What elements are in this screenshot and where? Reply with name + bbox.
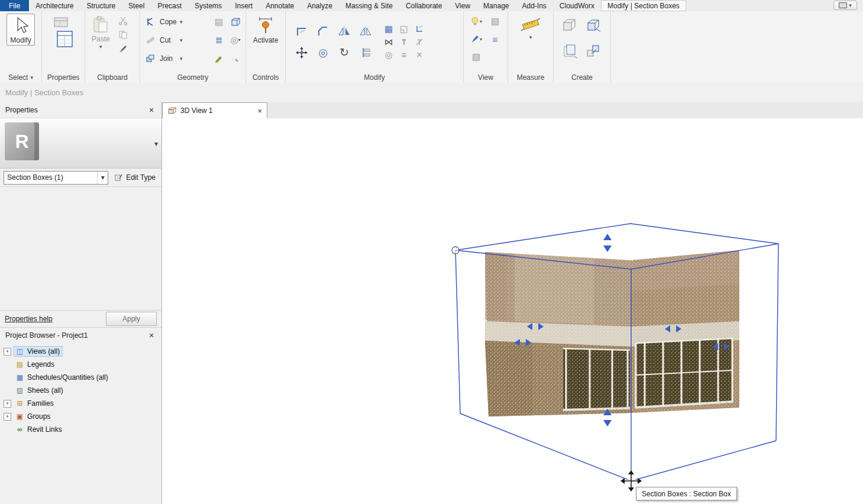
paste-button[interactable]: Paste ▾ — [88, 14, 114, 50]
linework-pencil-button[interactable] — [212, 51, 226, 66]
chevron-down-icon: ▾ — [529, 35, 532, 40]
layers-button[interactable]: ≣ — [212, 33, 226, 47]
copy-to-clipboard-button[interactable] — [116, 28, 130, 42]
profile-circles-button[interactable]: ◎ ▾ — [228, 33, 243, 47]
chevron-down-icon[interactable]: ▾ — [180, 20, 183, 24]
chamfer-button[interactable] — [316, 24, 330, 38]
tab-systems[interactable]: Systems — [188, 0, 228, 11]
create-parts-button[interactable] — [583, 15, 605, 36]
create-assembly-button[interactable] — [560, 15, 581, 36]
tree-item-sheets[interactable]: ▧ Sheets (all) — [0, 384, 161, 397]
tab-add-ins[interactable]: Add-Ins — [515, 0, 552, 11]
tab-view[interactable]: View — [448, 0, 477, 11]
close-view-icon[interactable]: × — [257, 106, 262, 115]
tree-item-revit-links[interactable]: ∞ Revit Links — [0, 423, 161, 436]
wall-sweep-button[interactable]: ▤ — [212, 15, 226, 29]
expand-plus-icon[interactable]: + — [4, 400, 11, 408]
tree-item-views[interactable]: + ◫ Views (all) — [0, 345, 161, 358]
tab-modify-section-boxes[interactable]: Modify | Section Boxes — [601, 0, 686, 11]
unpin-button[interactable] — [412, 35, 426, 49]
array-icon: ▦ — [384, 24, 393, 34]
layers-icon: ≣ — [215, 35, 223, 46]
mirror-pick-axis-button[interactable] — [337, 24, 351, 38]
tab-steel[interactable]: Steel — [122, 0, 151, 11]
panel-select-label[interactable]: Select ▾ — [0, 72, 41, 83]
tree-item-legends[interactable]: ▤ Legends — [0, 358, 161, 371]
edit-type-icon — [115, 173, 123, 182]
pin-button[interactable] — [397, 35, 411, 49]
tree-item-schedules[interactable]: ▦ Schedules/Quantities (all) — [0, 371, 161, 384]
cut-label[interactable]: Cut — [160, 36, 177, 44]
wrench-button[interactable] — [228, 51, 243, 66]
type-preview-dropdown[interactable]: R ▾ — [0, 118, 161, 169]
wrench-icon — [231, 54, 240, 63]
properties-palette-button[interactable] — [49, 14, 77, 51]
chevron-down-icon[interactable]: ▾ — [154, 140, 158, 148]
measure-button[interactable]: ▾ — [516, 14, 545, 41]
revit-family-thumbnail: R — [5, 122, 39, 160]
expand-plus-icon[interactable]: + — [4, 413, 11, 421]
corner-rotate-handle[interactable] — [452, 247, 459, 254]
edit-type-button[interactable]: Edit Type — [112, 171, 158, 184]
close-project-browser-icon[interactable]: × — [147, 331, 156, 340]
delete-button[interactable]: × — [412, 48, 426, 62]
expand-plus-icon[interactable]: + — [4, 348, 11, 356]
apply-button[interactable]: Apply — [106, 312, 157, 326]
create-similar-button[interactable] — [583, 41, 605, 62]
align-corner-button[interactable] — [295, 24, 309, 38]
split-button[interactable]: ⋈ — [382, 35, 396, 49]
align-button[interactable] — [358, 46, 373, 60]
tab-collaborate[interactable]: Collaborate — [399, 0, 448, 11]
cut-geometry-button[interactable] — [143, 33, 157, 47]
trim-button[interactable] — [412, 22, 426, 36]
solid-box-button[interactable] — [228, 15, 243, 29]
wall-icon: ▤ — [215, 17, 223, 27]
tab-manage[interactable]: Manage — [477, 0, 515, 11]
array-button[interactable]: ▦ — [382, 22, 396, 36]
join-button[interactable] — [143, 51, 157, 66]
tab-cloudworx[interactable]: CloudWorx — [553, 0, 601, 11]
copy-offset-button[interactable]: ◎ — [316, 46, 330, 60]
cope-button[interactable] — [143, 15, 157, 29]
hide-element-button[interactable]: ▧ — [488, 14, 502, 28]
tab-massing-site[interactable]: Massing & Site — [339, 0, 399, 11]
modify-tool-button[interactable]: Modify — [7, 14, 34, 46]
move-button[interactable] — [295, 46, 309, 60]
tab-precast[interactable]: Precast — [151, 0, 188, 11]
linework-button[interactable]: ≡ — [397, 48, 411, 62]
properties-help-link[interactable]: Properties help — [5, 315, 53, 323]
view-tab-3d-view-1[interactable]: 3D View 1 × — [162, 102, 267, 118]
top-face-up-arrow — [603, 234, 612, 240]
drawing-area[interactable] — [162, 118, 863, 504]
chevron-down-icon[interactable]: ▾ — [180, 38, 183, 43]
rotate-button[interactable]: ↻ — [337, 46, 351, 60]
selected-tree-row: ◫ Views (all) — [14, 347, 62, 356]
offset-tool-button[interactable]: ◎ — [382, 48, 396, 62]
create-group-button[interactable] — [560, 41, 581, 62]
tab-architecture[interactable]: Architecture — [29, 0, 80, 11]
linework-view-button[interactable]: ≡ — [488, 32, 502, 46]
close-properties-icon[interactable]: × — [147, 105, 156, 115]
chevron-down-icon[interactable]: ▾ — [180, 56, 183, 61]
groups-icon: ▣ — [15, 412, 24, 421]
cut-to-clipboard-button[interactable] — [116, 14, 130, 28]
ribbon-display-toggle[interactable]: ▾ — [833, 1, 857, 10]
temporary-hide-isolate-button[interactable]: ▾ — [469, 14, 483, 28]
chevron-down-icon[interactable]: ▾ — [97, 172, 108, 184]
join-label[interactable]: Join — [160, 54, 177, 63]
tab-structure[interactable]: Structure — [80, 0, 122, 11]
tab-file[interactable]: File — [0, 0, 29, 11]
tab-analyze[interactable]: Analyze — [300, 0, 339, 11]
tab-annotate[interactable]: Annotate — [259, 0, 300, 11]
override-graphics-button[interactable]: ▾ — [469, 32, 483, 46]
tab-insert[interactable]: Insert — [228, 0, 259, 11]
mirror-draw-axis-button[interactable] — [358, 24, 373, 38]
activate-button[interactable]: Activate — [250, 14, 282, 46]
cope-label[interactable]: Cope — [160, 18, 177, 26]
match-type-button[interactable] — [116, 42, 130, 56]
tree-item-families[interactable]: + ⊞ Families — [0, 397, 161, 410]
displace-elements-button[interactable]: ▧ — [469, 50, 483, 64]
tree-item-groups[interactable]: + ▣ Groups — [0, 410, 161, 423]
type-selector-combobox[interactable]: Section Boxes (1) ▾ — [4, 171, 108, 185]
scale-button[interactable]: ◱ — [397, 22, 411, 36]
